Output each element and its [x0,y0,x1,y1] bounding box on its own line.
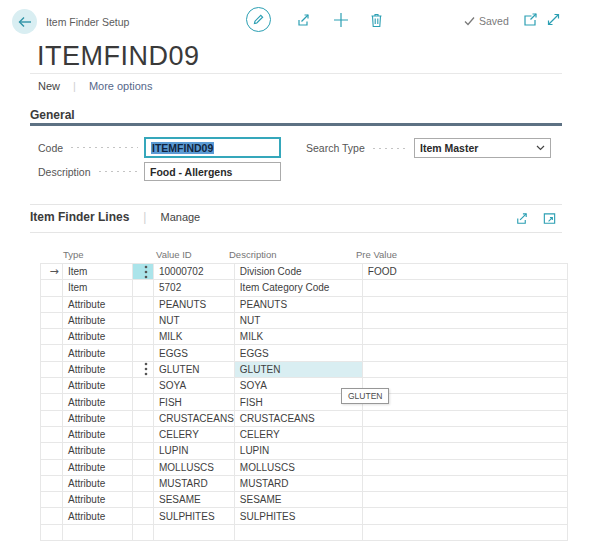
cell-pre-value[interactable] [362,296,567,312]
cell-description[interactable]: EGGS [234,345,362,361]
cell-value-id[interactable]: SULPHITES [154,508,235,524]
cell-type[interactable] [63,524,133,540]
cell-pre-value[interactable] [362,329,567,345]
column-header-description[interactable]: Description [229,249,277,260]
cell-value-id[interactable]: SOYA [154,378,235,394]
cell-description[interactable]: Division Code [234,264,362,280]
row-menu-cell[interactable] [133,492,154,508]
cell-type[interactable]: Attribute [63,410,133,426]
row-selector[interactable] [41,378,63,394]
cell-type[interactable]: Item [63,280,133,296]
cell-value-id[interactable]: CELERY [154,426,235,442]
cell-pre-value[interactable] [362,361,567,377]
cell-value-id[interactable]: PEANUTS [154,296,235,312]
general-section-header[interactable]: General [30,108,75,122]
fullscreen-button[interactable] [546,12,561,27]
cell-value-id[interactable]: 10000702 [154,264,235,280]
row-selector[interactable] [41,394,63,410]
row-selector[interactable] [41,361,63,377]
new-menu-button[interactable]: New [38,80,60,92]
cell-pre-value[interactable] [362,345,567,361]
row-selector[interactable] [41,410,63,426]
code-input[interactable]: ITEMFIND09 [144,137,281,158]
cell-description[interactable]: MOLLUSCS [234,459,362,475]
cell-type[interactable]: Attribute [63,378,133,394]
search-type-select[interactable]: Item Master [414,138,551,158]
cell-type[interactable]: Attribute [63,296,133,312]
cell-pre-value[interactable] [362,394,567,410]
cell-type[interactable]: Attribute [63,361,133,377]
row-selector[interactable] [41,475,63,491]
cell-description[interactable]: SULPHITES [234,508,362,524]
cell-pre-value[interactable] [362,280,567,296]
cell-type[interactable]: Attribute [63,312,133,328]
cell-description[interactable]: MUSTARD [234,475,362,491]
row-selector[interactable] [41,312,63,328]
row-menu-cell[interactable] [133,475,154,491]
cell-value-id[interactable]: 5702 [154,280,235,296]
row-selector[interactable] [41,459,63,475]
cell-value-id[interactable]: CRUSTACEANS [154,410,235,426]
open-in-window-button[interactable] [523,13,538,27]
delete-button[interactable] [369,12,384,28]
cell-pre-value[interactable] [362,492,567,508]
cell-value-id[interactable]: MOLLUSCS [154,459,235,475]
cell-description[interactable]: CRUSTACEANS [234,410,362,426]
row-menu-cell[interactable] [133,410,154,426]
cell-pre-value[interactable] [362,508,567,524]
lines-share-button[interactable] [514,211,529,226]
row-menu-cell[interactable] [133,508,154,524]
cell-value-id[interactable]: EGGS [154,345,235,361]
back-button[interactable] [12,9,37,34]
row-selector[interactable]: → [41,264,63,280]
row-menu-cell[interactable] [133,394,154,410]
cell-type[interactable]: Item [63,264,133,280]
row-menu-cell[interactable] [133,443,154,459]
row-selector[interactable] [41,345,63,361]
cell-pre-value[interactable] [362,475,567,491]
row-selector[interactable] [41,443,63,459]
cell-pre-value[interactable] [362,443,567,459]
cell-value-id[interactable]: MILK [154,329,235,345]
row-menu-cell[interactable] [133,426,154,442]
column-header-type[interactable]: Type [63,249,84,260]
cell-type[interactable]: Attribute [63,329,133,345]
column-header-pre-value[interactable]: Pre Value [356,249,397,260]
cell-pre-value[interactable] [362,378,567,394]
cell-type[interactable]: Attribute [63,459,133,475]
row-menu-cell[interactable] [133,280,154,296]
row-menu-cell[interactable] [133,378,154,394]
cell-pre-value[interactable] [362,410,567,426]
cell-value-id[interactable]: NUT [154,312,235,328]
cell-type[interactable]: Attribute [63,475,133,491]
row-selector[interactable] [41,280,63,296]
row-menu-cell[interactable] [133,329,154,345]
cell-pre-value[interactable] [362,459,567,475]
row-menu-cell[interactable] [133,312,154,328]
cell-value-id[interactable]: SESAME [154,492,235,508]
row-selector[interactable] [41,492,63,508]
cell-description[interactable]: MILK [234,329,362,345]
edit-button[interactable] [246,7,271,32]
cell-description[interactable]: CELERY [234,426,362,442]
cell-type[interactable]: Attribute [63,345,133,361]
manage-menu-button[interactable]: Manage [160,211,200,223]
cell-description[interactable]: LUPIN [234,443,362,459]
share-button[interactable] [295,12,311,28]
row-selector[interactable] [41,508,63,524]
row-selector[interactable] [41,524,63,540]
cell-description[interactable] [234,524,362,540]
cell-pre-value[interactable]: FOOD [362,264,567,280]
cell-value-id[interactable]: LUPIN [154,443,235,459]
cell-type[interactable]: Attribute [63,426,133,442]
cell-pre-value[interactable] [362,426,567,442]
cell-value-id[interactable]: GLUTEN [154,361,235,377]
cell-type[interactable]: Attribute [63,394,133,410]
row-menu-cell[interactable] [133,296,154,312]
column-header-value-id[interactable]: Value ID [156,249,192,260]
cell-pre-value[interactable] [362,312,567,328]
cell-type[interactable]: Attribute [63,508,133,524]
row-menu-cell[interactable] [133,524,154,540]
more-options-button[interactable]: More options [89,80,153,92]
lines-section-title[interactable]: Item Finder Lines [30,210,129,224]
